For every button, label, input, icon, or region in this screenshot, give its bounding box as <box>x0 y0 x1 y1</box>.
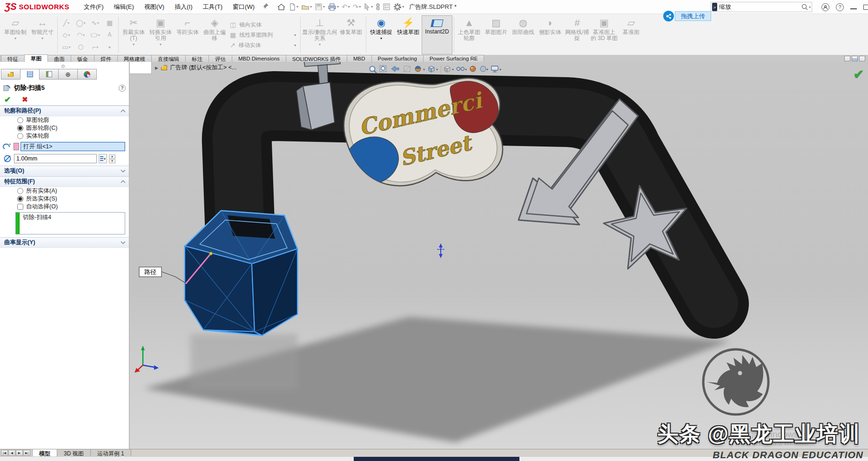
grid-snap-button[interactable]: # 网格线/捕捉 <box>564 15 591 54</box>
rhombus-tool[interactable]: ◇▾ <box>59 29 74 41</box>
dimxpert-manager-tab[interactable]: ⊕ <box>58 69 78 80</box>
radio-all-bodies[interactable]: 所有实体(A) <box>0 187 129 195</box>
tab-sheet-metal[interactable]: 钣金 <box>71 55 94 62</box>
radio-input[interactable] <box>17 117 23 123</box>
text-tool[interactable]: Ａ <box>102 29 117 41</box>
spline-tool[interactable]: ∿▾ <box>88 17 102 29</box>
display-manager-tab[interactable] <box>77 69 97 80</box>
checkbox-input[interactable] <box>17 204 23 210</box>
instant2d-button[interactable]: Instant2D <box>422 15 452 54</box>
polygon-tool[interactable]: ⬡ <box>74 41 88 53</box>
tab-power-surfacing[interactable]: Power Surfacing <box>371 55 424 62</box>
confirmation-corner-check[interactable]: ✔ <box>853 67 864 82</box>
panel-help-icon[interactable]: ? <box>119 85 126 92</box>
tab-mbd[interactable]: MBD <box>347 55 372 62</box>
tab-mesh-modeling[interactable]: 网格建模 <box>117 55 152 62</box>
radio-input[interactable] <box>17 188 23 194</box>
appearance-icon[interactable] <box>415 66 421 72</box>
3d-views-tab[interactable]: 3D 视图 <box>57 449 91 456</box>
step-up-button[interactable]: ▲ <box>109 154 115 159</box>
section-options[interactable]: 选项(O) <box>0 166 129 176</box>
pin-menu-icon[interactable] <box>262 3 269 11</box>
display-delete-relations-button[interactable]: ⊥ 显示/删除几何关系▾ <box>302 15 337 54</box>
pattern-net-tool[interactable]: ▦ <box>102 17 117 29</box>
tab-sketch[interactable]: 草图 <box>24 54 48 62</box>
menu-window[interactable]: 窗口(W) <box>228 1 260 13</box>
link-values-button[interactable]: ▾ <box>99 154 107 163</box>
expand-arrow-icon[interactable]: ▶ <box>155 66 158 70</box>
trim-entities-button[interactable]: ✂ 剪裁实体(T)▾ <box>120 15 147 54</box>
tab-markup[interactable]: 标注 <box>185 55 209 62</box>
tab-power-surfacing-re[interactable]: Power Surfacing RE <box>423 55 484 62</box>
radio-sketch-profile[interactable]: 草图轮廓 <box>0 116 129 124</box>
radio-solid-profile[interactable]: 实体轮廓 <box>0 132 129 140</box>
arc-tool[interactable]: ◠▾ <box>74 29 88 41</box>
hide-show-items-icon[interactable] <box>457 67 464 71</box>
checkbox-auto-select[interactable]: 自动选择(O) <box>0 203 129 211</box>
tab-features[interactable]: 特征 <box>1 55 25 62</box>
search-magnifier-icon[interactable]: ▾ <box>801 3 813 11</box>
model-tab[interactable]: 模型 <box>32 449 57 456</box>
print-button[interactable]: ▾ <box>326 2 340 12</box>
tab-surfaces[interactable]: 曲面 <box>47 55 71 62</box>
line-tool[interactable]: ╱▾ <box>59 17 74 29</box>
ellipse-tool[interactable]: ◯▾ <box>88 29 102 41</box>
tab-weldments[interactable]: 焊件 <box>94 55 118 62</box>
smart-dimension-button[interactable]: ↔ 智能尺寸▾ <box>29 15 56 54</box>
previous-view-icon[interactable] <box>391 66 399 72</box>
last-tab-button[interactable]: ▶| <box>23 450 30 456</box>
panel-resize-handle[interactable] <box>61 65 65 68</box>
path-selection-field[interactable]: 打开 组<1> <box>20 142 125 151</box>
sketch-on-plane-button[interactable]: ▣ 基准面上的 3D 草图 <box>591 15 618 54</box>
graphics-viewport[interactable]: Commerci Street <box>130 62 868 449</box>
bodies-list-box[interactable]: 切除-扫描4 <box>15 212 125 234</box>
menu-tools[interactable]: 工具(T) <box>197 1 228 13</box>
section-profile-path[interactable]: 轮廓和路径(P) <box>0 106 129 116</box>
fillet-tool[interactable]: ⌐▾ <box>88 41 102 53</box>
radio-input[interactable] <box>17 196 23 202</box>
path-callout[interactable]: 路径 <box>139 267 185 283</box>
ok-button[interactable]: ✔ <box>4 95 11 105</box>
menu-insert[interactable]: 插入(I) <box>169 1 197 13</box>
radio-selected-bodies[interactable]: 所选实体(S) <box>0 195 129 203</box>
quick-snaps-button[interactable]: ◉ 快速捕捉▾ <box>368 15 395 54</box>
cloud-upload-badge[interactable]: 拖拽上传 <box>663 11 711 21</box>
section-view-icon[interactable] <box>404 66 410 72</box>
tab-addins[interactable]: SOLIDWORKS 插件 <box>286 55 347 62</box>
view-orientation-icon[interactable] <box>429 66 434 72</box>
help-icon[interactable]: ? <box>836 3 844 11</box>
new-document-button[interactable]: ▾ <box>287 2 300 12</box>
menu-edit[interactable]: 编辑(E) <box>109 1 139 13</box>
display-style-icon[interactable] <box>444 66 450 72</box>
save-button[interactable]: ▾ <box>313 2 326 12</box>
list-item[interactable]: 切除-扫描4 <box>20 213 54 234</box>
silhouette-entities-button[interactable]: ◗ 侧影实体 <box>537 15 564 54</box>
plane-button[interactable]: ▱ 基准面 <box>618 15 645 54</box>
view-settings-icon[interactable] <box>491 66 498 72</box>
pane-toggle-left-icon[interactable] <box>844 56 850 61</box>
property-manager-tab[interactable] <box>20 69 40 80</box>
circle-tool[interactable]: ◯▾ <box>74 17 88 29</box>
slot-tool[interactable]: ▭▾ <box>59 41 74 53</box>
diameter-input[interactable] <box>14 154 97 163</box>
tab-direct-editing[interactable]: 直接编辑 <box>151 55 186 62</box>
zoom-area-icon[interactable] <box>380 66 386 72</box>
section-curvature-display[interactable]: 曲率显示(Y) <box>0 237 129 248</box>
undo-button[interactable]: ↶▾ <box>340 2 351 12</box>
convert-entities-button[interactable]: ▣ 转换实体引用▾ <box>147 15 174 54</box>
point-tool[interactable]: ▪ <box>102 41 117 53</box>
cancel-button[interactable]: ✖ <box>22 95 28 104</box>
pane-toggle-split-icon[interactable] <box>852 56 858 61</box>
repair-sketch-button[interactable]: ⚒ 修复草图 <box>337 15 364 54</box>
minimize-button[interactable] <box>850 8 857 9</box>
move-entities-button[interactable]: ↗移动实体▾ <box>230 41 299 49</box>
tab-evaluate[interactable]: 评估 <box>209 55 232 62</box>
rapid-sketch-button[interactable]: ⚡ 快速草图 <box>395 15 422 54</box>
tab-mbd-dimensions[interactable]: MBD Dimensions <box>232 55 286 62</box>
search-input[interactable] <box>719 4 801 11</box>
radio-circular-profile[interactable]: 圆形轮廓(C) <box>0 124 129 132</box>
mirror-entities-button[interactable]: ◫镜向实体 <box>230 21 299 29</box>
flyout-tree-strip[interactable] <box>130 62 152 74</box>
first-tab-button[interactable]: |◀ <box>1 450 8 456</box>
linear-sketch-pattern-button[interactable]: ▦线性草图阵列▾ <box>230 31 299 39</box>
